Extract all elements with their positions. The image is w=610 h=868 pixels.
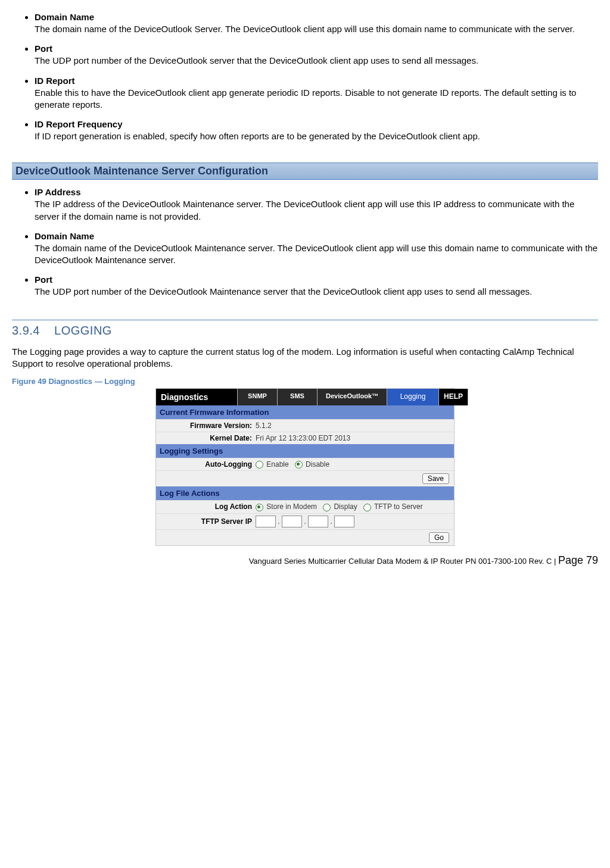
row-tftp-server-ip: TFTP Server IP . . . <box>156 513 454 529</box>
list-item: Domain Name The domain name of the Devic… <box>35 231 598 267</box>
section-logging-settings: Logging Settings <box>156 444 454 458</box>
term: Port <box>35 43 598 54</box>
label-kernel-date: Kernel Date: <box>160 434 256 442</box>
label-firmware-version: Firmware Version: <box>160 421 256 430</box>
value-firmware-version: 5.1.2 <box>256 421 272 430</box>
radio-display[interactable] <box>323 504 331 511</box>
description: Enable this to have the DeviceOutlook cl… <box>35 87 598 111</box>
label-auto-logging: Auto-Logging <box>160 460 256 469</box>
footer-page-word: Page <box>558 554 586 566</box>
description: The UDP port number of the DeviceOutlook… <box>35 286 598 298</box>
term: Domain Name <box>35 12 598 22</box>
radio-enable[interactable] <box>256 461 263 469</box>
radio-store-label: Store in Modem <box>266 502 317 511</box>
term: IP Address <box>35 187 598 197</box>
tab-logging[interactable]: Logging <box>387 389 439 405</box>
tftp-ip-octet-2[interactable] <box>282 516 302 527</box>
section-firmware-info: Current Firmware Information <box>156 405 454 419</box>
tab-help[interactable]: HELP <box>439 389 468 405</box>
go-button[interactable]: Go <box>429 532 449 543</box>
row-auto-logging: Auto-Logging Enable Disable <box>156 458 454 470</box>
term: ID Report <box>35 76 598 86</box>
section-heading-maintenance: DeviceOutlook Maintenance Server Configu… <box>12 163 598 180</box>
heading-logging: 3.9.4 LOGGING <box>12 320 598 340</box>
list-item: ID Report Frequency If ID report generat… <box>35 119 598 142</box>
logging-screenshot: Diagnostics SNMP SMS DeviceOutlook™ Logg… <box>155 388 455 546</box>
list-item: ID Report Enable this to have the Device… <box>35 76 598 111</box>
save-button[interactable]: Save <box>422 473 449 484</box>
heading-title: LOGGING <box>54 324 112 337</box>
row-firmware-version: Firmware Version: 5.1.2 <box>156 419 454 432</box>
description: The domain name of the DeviceOutlook Mai… <box>35 242 598 267</box>
description: The IP address of the DeviceOutlook Main… <box>35 198 598 223</box>
tftp-ip-octet-3[interactable] <box>308 516 328 527</box>
tab-bar: Diagnostics SNMP SMS DeviceOutlook™ Logg… <box>156 389 454 405</box>
list-item: Domain Name The domain name of the Devic… <box>35 12 598 35</box>
row-save: Save <box>156 470 454 486</box>
row-kernel-date: Kernel Date: Fri Apr 12 13:23:00 EDT 201… <box>156 432 454 444</box>
description: The domain name of the DeviceOutlook Ser… <box>35 23 598 35</box>
term: Port <box>35 274 598 285</box>
log-action-options: Store in Modem Display TFTP to Server <box>256 502 423 511</box>
tftp-ip-octet-4[interactable] <box>334 516 354 527</box>
tftp-ip-fields: . . . <box>256 516 354 527</box>
row-go: Go <box>156 529 454 545</box>
label-tftp-server-ip: TFTP Server IP <box>160 517 256 526</box>
radio-disable-label: Disable <box>306 460 329 469</box>
list-item: Port The UDP port number of the DeviceOu… <box>35 274 598 298</box>
value-kernel-date: Fri Apr 12 13:23:00 EDT 2013 <box>256 434 350 442</box>
tab-diagnostics[interactable]: Diagnostics <box>156 389 238 405</box>
logging-paragraph: The Logging page provides a way to captu… <box>12 346 598 370</box>
label-log-action: Log Action <box>160 502 256 511</box>
radio-tftp[interactable] <box>363 504 371 511</box>
tab-sms[interactable]: SMS <box>278 389 318 405</box>
row-log-action: Log Action Store in Modem Display TFTP t… <box>156 500 454 513</box>
footer-page-number: 79 <box>586 554 598 566</box>
auto-logging-options: Enable Disable <box>256 460 329 469</box>
tftp-ip-octet-1[interactable] <box>256 516 276 527</box>
description: If ID report generation is enabled, spec… <box>35 130 598 142</box>
tab-snmp[interactable]: SNMP <box>238 389 278 405</box>
radio-display-label: Display <box>334 502 357 511</box>
radio-tftp-label: TFTP to Server <box>374 502 423 511</box>
list-item: Port The UDP port number of the DeviceOu… <box>35 43 598 67</box>
radio-disable[interactable] <box>295 461 303 469</box>
tab-deviceoutlook[interactable]: DeviceOutlook™ <box>318 389 387 405</box>
term: ID Report Frequency <box>35 119 598 129</box>
list-item: IP Address The IP address of the DeviceO… <box>35 187 598 223</box>
radio-enable-label: Enable <box>266 460 288 469</box>
term: Domain Name <box>35 231 598 241</box>
description: The UDP port number of the DeviceOutlook… <box>35 55 598 67</box>
radio-store[interactable] <box>256 504 263 511</box>
heading-number: 3.9.4 <box>12 324 40 337</box>
definition-list-1: Domain Name The domain name of the Devic… <box>12 12 598 142</box>
figure-caption: Figure 49 Diagnostics — Logging <box>12 377 598 386</box>
definition-list-2: IP Address The IP address of the DeviceO… <box>12 187 598 298</box>
section-log-file-actions: Log File Actions <box>156 486 454 500</box>
footer-text: Vanguard Series Multicarrier Cellular Da… <box>249 557 558 566</box>
page-footer: Vanguard Series Multicarrier Cellular Da… <box>12 554 598 567</box>
